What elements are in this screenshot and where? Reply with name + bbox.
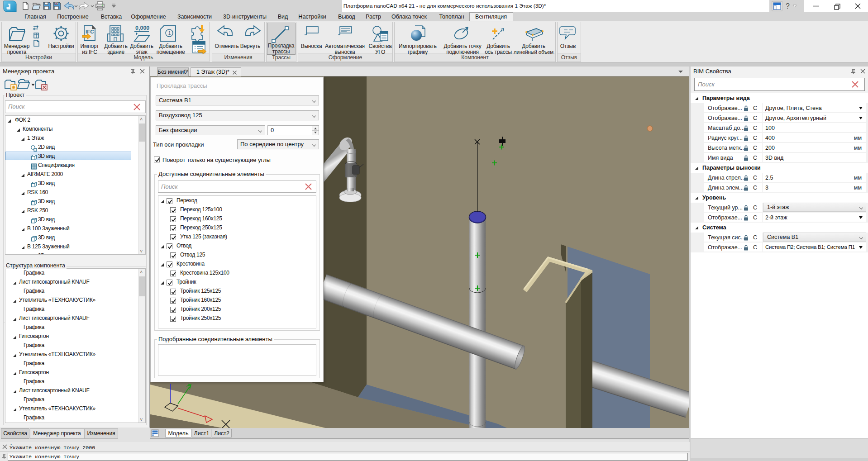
svg-text:1: 1 [168, 30, 171, 36]
svg-text:0,000: 0,000 [135, 25, 149, 31]
svg-text:?: ? [786, 2, 790, 10]
svg-text:IFC: IFC [86, 29, 94, 34]
